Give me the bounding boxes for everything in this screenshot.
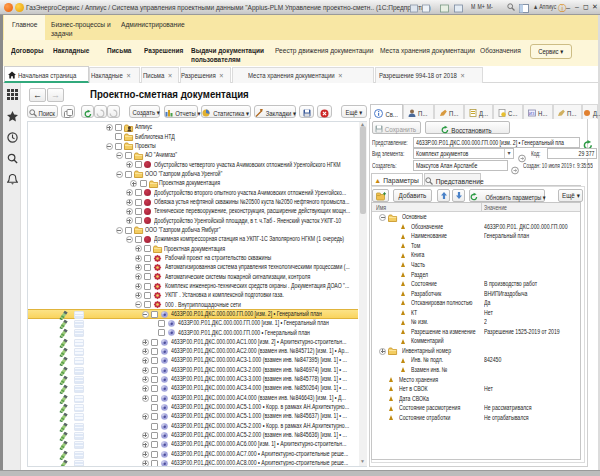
svg-text:ИЗ: ИЗ [529, 110, 535, 115]
